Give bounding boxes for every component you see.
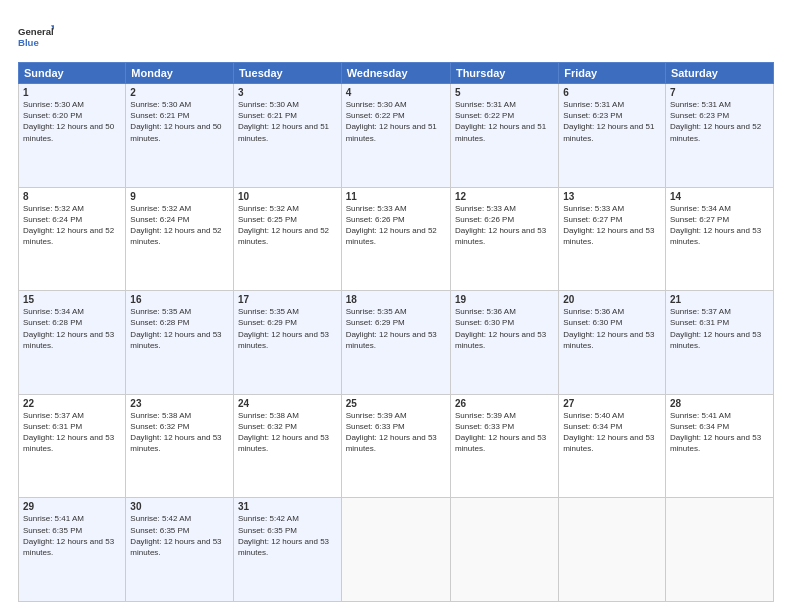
day-info: Sunrise: 5:42 AMSunset: 6:35 PMDaylight:… (130, 514, 221, 557)
day-number: 13 (563, 191, 661, 202)
day-info: Sunrise: 5:34 AMSunset: 6:28 PMDaylight:… (23, 307, 114, 350)
day-info: Sunrise: 5:37 AMSunset: 6:31 PMDaylight:… (670, 307, 761, 350)
calendar-week-2: 15Sunrise: 5:34 AMSunset: 6:28 PMDayligh… (19, 291, 774, 395)
calendar-day-12: 12Sunrise: 5:33 AMSunset: 6:26 PMDayligh… (450, 187, 558, 291)
calendar-day-2: 2Sunrise: 5:30 AMSunset: 6:21 PMDaylight… (126, 84, 234, 188)
day-header-tuesday: Tuesday (233, 63, 341, 84)
calendar-day-30: 30Sunrise: 5:42 AMSunset: 6:35 PMDayligh… (126, 498, 234, 602)
calendar-day-8: 8Sunrise: 5:32 AMSunset: 6:24 PMDaylight… (19, 187, 126, 291)
calendar-day-6: 6Sunrise: 5:31 AMSunset: 6:23 PMDaylight… (559, 84, 666, 188)
day-number: 27 (563, 398, 661, 409)
day-number: 23 (130, 398, 229, 409)
calendar-table: SundayMondayTuesdayWednesdayThursdayFrid… (18, 62, 774, 602)
day-info: Sunrise: 5:41 AMSunset: 6:34 PMDaylight:… (670, 411, 761, 454)
day-number: 6 (563, 87, 661, 98)
logo: General Blue (18, 18, 54, 54)
day-info: Sunrise: 5:38 AMSunset: 6:32 PMDaylight:… (238, 411, 329, 454)
calendar-day-3: 3Sunrise: 5:30 AMSunset: 6:21 PMDaylight… (233, 84, 341, 188)
calendar-empty (665, 498, 773, 602)
day-info: Sunrise: 5:31 AMSunset: 6:22 PMDaylight:… (455, 100, 546, 143)
calendar-header-row: SundayMondayTuesdayWednesdayThursdayFrid… (19, 63, 774, 84)
day-number: 24 (238, 398, 337, 409)
calendar-day-1: 1Sunrise: 5:30 AMSunset: 6:20 PMDaylight… (19, 84, 126, 188)
svg-text:Blue: Blue (18, 37, 39, 48)
calendar-week-1: 8Sunrise: 5:32 AMSunset: 6:24 PMDaylight… (19, 187, 774, 291)
calendar-day-25: 25Sunrise: 5:39 AMSunset: 6:33 PMDayligh… (341, 394, 450, 498)
day-number: 20 (563, 294, 661, 305)
day-info: Sunrise: 5:32 AMSunset: 6:25 PMDaylight:… (238, 204, 329, 247)
calendar-day-21: 21Sunrise: 5:37 AMSunset: 6:31 PMDayligh… (665, 291, 773, 395)
day-number: 31 (238, 501, 337, 512)
day-info: Sunrise: 5:39 AMSunset: 6:33 PMDaylight:… (455, 411, 546, 454)
day-info: Sunrise: 5:33 AMSunset: 6:26 PMDaylight:… (455, 204, 546, 247)
calendar-day-23: 23Sunrise: 5:38 AMSunset: 6:32 PMDayligh… (126, 394, 234, 498)
day-number: 22 (23, 398, 121, 409)
day-number: 15 (23, 294, 121, 305)
day-header-monday: Monday (126, 63, 234, 84)
day-number: 3 (238, 87, 337, 98)
day-info: Sunrise: 5:35 AMSunset: 6:28 PMDaylight:… (130, 307, 221, 350)
day-info: Sunrise: 5:33 AMSunset: 6:26 PMDaylight:… (346, 204, 437, 247)
day-info: Sunrise: 5:33 AMSunset: 6:27 PMDaylight:… (563, 204, 654, 247)
day-number: 16 (130, 294, 229, 305)
svg-text:General: General (18, 26, 54, 37)
page: General Blue SundayMondayTuesdayWednesda… (0, 0, 792, 612)
calendar-day-13: 13Sunrise: 5:33 AMSunset: 6:27 PMDayligh… (559, 187, 666, 291)
calendar-day-14: 14Sunrise: 5:34 AMSunset: 6:27 PMDayligh… (665, 187, 773, 291)
calendar-day-18: 18Sunrise: 5:35 AMSunset: 6:29 PMDayligh… (341, 291, 450, 395)
day-info: Sunrise: 5:32 AMSunset: 6:24 PMDaylight:… (23, 204, 114, 247)
day-number: 10 (238, 191, 337, 202)
day-number: 2 (130, 87, 229, 98)
day-info: Sunrise: 5:42 AMSunset: 6:35 PMDaylight:… (238, 514, 329, 557)
calendar-day-11: 11Sunrise: 5:33 AMSunset: 6:26 PMDayligh… (341, 187, 450, 291)
calendar-day-27: 27Sunrise: 5:40 AMSunset: 6:34 PMDayligh… (559, 394, 666, 498)
calendar-day-20: 20Sunrise: 5:36 AMSunset: 6:30 PMDayligh… (559, 291, 666, 395)
calendar-day-9: 9Sunrise: 5:32 AMSunset: 6:24 PMDaylight… (126, 187, 234, 291)
calendar-day-29: 29Sunrise: 5:41 AMSunset: 6:35 PMDayligh… (19, 498, 126, 602)
day-number: 29 (23, 501, 121, 512)
day-info: Sunrise: 5:35 AMSunset: 6:29 PMDaylight:… (346, 307, 437, 350)
day-number: 17 (238, 294, 337, 305)
day-number: 8 (23, 191, 121, 202)
day-info: Sunrise: 5:31 AMSunset: 6:23 PMDaylight:… (563, 100, 654, 143)
calendar-week-3: 22Sunrise: 5:37 AMSunset: 6:31 PMDayligh… (19, 394, 774, 498)
day-header-thursday: Thursday (450, 63, 558, 84)
day-info: Sunrise: 5:34 AMSunset: 6:27 PMDaylight:… (670, 204, 761, 247)
day-number: 26 (455, 398, 554, 409)
day-header-friday: Friday (559, 63, 666, 84)
calendar-week-0: 1Sunrise: 5:30 AMSunset: 6:20 PMDaylight… (19, 84, 774, 188)
day-number: 14 (670, 191, 769, 202)
calendar-empty (450, 498, 558, 602)
day-info: Sunrise: 5:40 AMSunset: 6:34 PMDaylight:… (563, 411, 654, 454)
day-info: Sunrise: 5:35 AMSunset: 6:29 PMDaylight:… (238, 307, 329, 350)
day-header-saturday: Saturday (665, 63, 773, 84)
calendar-day-5: 5Sunrise: 5:31 AMSunset: 6:22 PMDaylight… (450, 84, 558, 188)
calendar-day-19: 19Sunrise: 5:36 AMSunset: 6:30 PMDayligh… (450, 291, 558, 395)
day-number: 18 (346, 294, 446, 305)
calendar-day-16: 16Sunrise: 5:35 AMSunset: 6:28 PMDayligh… (126, 291, 234, 395)
day-info: Sunrise: 5:30 AMSunset: 6:21 PMDaylight:… (130, 100, 221, 143)
day-number: 1 (23, 87, 121, 98)
logo-svg: General Blue (18, 18, 54, 54)
calendar-day-10: 10Sunrise: 5:32 AMSunset: 6:25 PMDayligh… (233, 187, 341, 291)
day-number: 9 (130, 191, 229, 202)
calendar-day-31: 31Sunrise: 5:42 AMSunset: 6:35 PMDayligh… (233, 498, 341, 602)
day-number: 30 (130, 501, 229, 512)
day-number: 25 (346, 398, 446, 409)
day-number: 7 (670, 87, 769, 98)
day-info: Sunrise: 5:37 AMSunset: 6:31 PMDaylight:… (23, 411, 114, 454)
calendar-day-17: 17Sunrise: 5:35 AMSunset: 6:29 PMDayligh… (233, 291, 341, 395)
day-info: Sunrise: 5:31 AMSunset: 6:23 PMDaylight:… (670, 100, 761, 143)
calendar-day-15: 15Sunrise: 5:34 AMSunset: 6:28 PMDayligh… (19, 291, 126, 395)
day-header-wednesday: Wednesday (341, 63, 450, 84)
calendar-day-22: 22Sunrise: 5:37 AMSunset: 6:31 PMDayligh… (19, 394, 126, 498)
day-number: 4 (346, 87, 446, 98)
calendar-empty (341, 498, 450, 602)
day-info: Sunrise: 5:36 AMSunset: 6:30 PMDaylight:… (455, 307, 546, 350)
day-header-sunday: Sunday (19, 63, 126, 84)
day-number: 11 (346, 191, 446, 202)
day-info: Sunrise: 5:36 AMSunset: 6:30 PMDaylight:… (563, 307, 654, 350)
header: General Blue (18, 18, 774, 54)
calendar-day-7: 7Sunrise: 5:31 AMSunset: 6:23 PMDaylight… (665, 84, 773, 188)
day-info: Sunrise: 5:38 AMSunset: 6:32 PMDaylight:… (130, 411, 221, 454)
